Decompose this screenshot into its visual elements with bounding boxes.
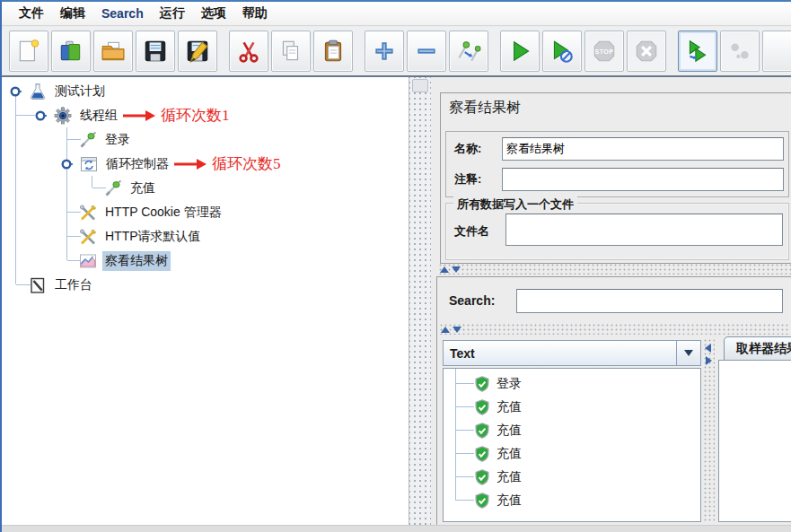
stop-button[interactable]: STOP (584, 31, 624, 72)
menu-item-search[interactable]: Search (93, 4, 152, 23)
config-element-tools-icon (79, 204, 97, 222)
result-item[interactable]: 充值 (444, 396, 700, 419)
main-splitter[interactable] (409, 77, 431, 528)
remote-start-all-button[interactable] (678, 31, 717, 72)
blank-button[interactable] (762, 31, 791, 72)
splitter-grip[interactable] (412, 79, 428, 92)
thread-group-gear-icon (54, 107, 72, 125)
name-comment-box: 名称: 注释: (445, 131, 789, 197)
config-element-tools-icon (79, 228, 97, 246)
tree-node[interactable]: 线程组循环次数1 (2, 103, 409, 127)
splitter-collapse-down-icon[interactable] (453, 327, 461, 333)
tree-expand-handle[interactable] (34, 109, 47, 122)
filename-input[interactable] (505, 214, 783, 246)
tree-connector (456, 453, 474, 454)
result-item[interactable]: 充值 (444, 466, 700, 489)
result-item-label: 登录 (497, 376, 522, 392)
shutdown-icon (633, 38, 660, 65)
toolbar: STOP (2, 27, 791, 77)
open-file-button[interactable] (93, 31, 133, 72)
tree-node[interactable]: HTTP请求默认值 (2, 224, 409, 249)
paste-button[interactable] (313, 31, 353, 72)
success-shield-icon (474, 399, 490, 415)
splitter-collapse-right-icon[interactable] (706, 356, 712, 365)
horizontal-splitter[interactable] (438, 264, 791, 275)
save-button[interactable] (136, 31, 175, 72)
result-item-label: 充值 (497, 423, 522, 439)
splitter-collapse-down-icon[interactable] (452, 266, 461, 273)
tree-connector (67, 260, 81, 261)
tab-sampler-result[interactable]: 取样器结果 (724, 336, 791, 361)
tree-node[interactable]: 工作台 (2, 273, 409, 297)
http-sampler-dropper-icon (104, 179, 122, 197)
tree-node[interactable]: 充值 (2, 176, 409, 200)
start-no-timers-button[interactable] (542, 31, 582, 72)
open-file-icon (100, 38, 127, 65)
toggle-droppers-button[interactable] (449, 31, 488, 72)
menu-item-运行[interactable]: 运行 (152, 3, 193, 24)
results-splitter[interactable] (703, 338, 715, 522)
copy-button[interactable] (271, 31, 311, 72)
view-results-tree-panel: 察看结果树 名称: 注释: 所有数据写入一个文件 文件名 Search (431, 77, 791, 528)
combo-dropdown-button[interactable] (676, 341, 700, 365)
start-button[interactable] (500, 31, 540, 72)
tree-connector (456, 476, 474, 477)
splitter-collapse-up-icon[interactable] (441, 327, 450, 333)
results-display-mode-select[interactable]: Text (443, 340, 701, 366)
collapse-minus-button[interactable] (407, 31, 446, 72)
loop-controller-icon (80, 155, 98, 173)
result-item[interactable]: 登录 (444, 372, 700, 396)
comment-input[interactable] (502, 168, 784, 191)
result-item[interactable]: 充值 (444, 419, 700, 442)
new-file-button[interactable] (9, 31, 48, 72)
splitter-collapse-left-icon[interactable] (705, 344, 711, 353)
result-item[interactable]: 充值 (444, 489, 700, 512)
menu-item-选项[interactable]: 选项 (193, 3, 234, 24)
tree-expand-handle[interactable] (60, 158, 73, 170)
expand-plus-button[interactable] (365, 31, 404, 72)
tree-node-label: 测试计划 (52, 82, 108, 101)
tree-node[interactable]: 测试计划 (2, 79, 409, 103)
horizontal-splitter[interactable] (439, 324, 790, 335)
jmeter-window: 文件编辑Search运行选项帮助 STOP 测试计划线程组循环次数1登录循环控制… (0, 0, 791, 532)
tree-node-label: 工作台 (52, 275, 95, 295)
menu-item-编辑[interactable]: 编辑 (52, 3, 93, 24)
save-as-icon (184, 38, 211, 65)
name-input[interactable] (502, 137, 784, 161)
remote-start-all-icon (684, 38, 711, 65)
result-item[interactable]: 充值 (444, 442, 700, 466)
tree-node[interactable]: 循环控制器循环次数5 (2, 152, 409, 176)
stop-icon (591, 38, 618, 65)
shutdown-button[interactable] (627, 31, 666, 72)
panel-title: 察看结果树 (449, 99, 521, 118)
menu-item-文件[interactable]: 文件 (11, 3, 52, 24)
tree-node-label: HTTP Cookie 管理器 (102, 203, 224, 222)
success-shield-icon (474, 446, 490, 462)
tree-node-label: 察看结果树 (102, 251, 171, 271)
new-file-icon (15, 38, 42, 65)
tree-connector (16, 115, 36, 116)
paste-icon (320, 38, 347, 65)
toggle-droppers-icon (455, 38, 482, 65)
tree-node[interactable]: 登录 (2, 127, 409, 152)
remote-stop-all-button[interactable] (720, 31, 760, 72)
cut-button[interactable] (229, 31, 268, 72)
tree-connector (67, 139, 81, 140)
tree-node[interactable]: HTTP Cookie 管理器 (2, 200, 409, 224)
search-input[interactable] (516, 289, 783, 313)
group-title: 所有数据写入一个文件 (453, 196, 577, 213)
menu-item-帮助[interactable]: 帮助 (234, 3, 276, 24)
tree-expand-handle[interactable] (9, 85, 22, 98)
splitter-collapse-up-icon[interactable] (440, 266, 449, 273)
start-icon (506, 38, 533, 65)
tree-node[interactable]: 察看结果树 (2, 249, 409, 273)
templates-button[interactable] (51, 31, 91, 72)
result-item-label: 充值 (497, 446, 522, 462)
save-as-button[interactable] (178, 31, 217, 72)
results-box: Search: Text 登录充值充值充值充值充值 (436, 276, 791, 527)
result-item-label: 充值 (497, 399, 522, 415)
http-sampler-dropper-icon (79, 131, 97, 149)
name-label: 名称: (454, 141, 481, 157)
tree-connector (16, 284, 31, 285)
red-annotation: 循环次数1 (123, 105, 230, 126)
